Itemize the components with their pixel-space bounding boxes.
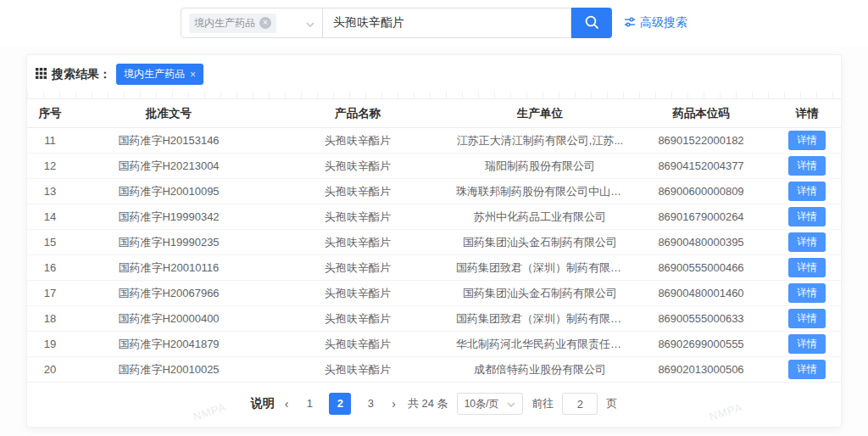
cell-product-name: 头孢呋辛酯片: [264, 204, 451, 230]
table-row: 16 国药准字H20010116 头孢呋辛酯片 国药集团致君（深圳）制药有限公.…: [27, 255, 841, 281]
table-row: 17 国药准字H20067966 头孢呋辛酯片 国药集团汕头金石制药有限公司 8…: [27, 281, 841, 306]
cell-product-name: 头孢呋辛酯片: [264, 128, 451, 154]
table-row: 11 国药准字H20153146 头孢呋辛酯片 江苏正大清江制药有限公司,江苏.…: [27, 128, 841, 154]
chevron-down-icon: [507, 398, 515, 410]
goto-page-input[interactable]: [562, 393, 598, 415]
watermark-tick-band: [27, 92, 841, 98]
cell-manufacturer: 瑞阳制药股份有限公司: [451, 154, 629, 179]
header-no: 序号: [27, 99, 73, 128]
detail-button[interactable]: 详情: [788, 131, 826, 150]
search-input[interactable]: [322, 8, 571, 38]
result-filter-tag-label: 境内生产药品: [124, 67, 185, 81]
cell-drug-code: 86900555000633: [629, 306, 773, 332]
cell-approval-number: 国药准字H19990342: [73, 204, 264, 230]
cell-manufacturer: 苏州中化药品工业有限公司: [451, 204, 629, 230]
goto-suffix: 页: [606, 396, 617, 411]
cell-no: 16: [27, 255, 73, 281]
header-drug-code: 药品本位码: [629, 99, 773, 128]
cell-approval-number: 国药准字H20041879: [73, 332, 264, 357]
cell-manufacturer: 国药集团致君（深圳）制药有限公...: [451, 306, 629, 332]
cell-approval-number: 国药准字H19990235: [73, 230, 264, 255]
page-size-select[interactable]: 10条/页: [457, 393, 524, 415]
filter-tag-label: 境内生产药品: [194, 16, 255, 31]
header-detail: 详情: [773, 99, 841, 128]
cell-approval-number: 国药准字H20067966: [73, 281, 264, 306]
next-page-button[interactable]: ›: [390, 397, 398, 411]
cell-product-name: 头孢呋辛酯片: [264, 281, 451, 306]
filter-select[interactable]: 境内生产药品 ×: [181, 8, 323, 38]
cell-no: 15: [27, 230, 73, 255]
cell-no: 14: [27, 204, 73, 230]
detail-button[interactable]: 详情: [788, 182, 826, 201]
cell-manufacturer: 国药集团汕头金石制药有限公司: [451, 281, 629, 306]
tag-close-icon[interactable]: ×: [190, 69, 196, 81]
cell-approval-number: 国药准字H20010116: [73, 255, 264, 281]
table-row: 15 国药准字H19990235 头孢呋辛酯片 国药集团汕头金石制药有限公司 8…: [27, 230, 841, 255]
goto-label: 前往: [531, 396, 554, 411]
cell-detail: 详情: [773, 255, 841, 281]
detail-button[interactable]: 详情: [788, 258, 826, 277]
cell-detail: 详情: [773, 154, 841, 179]
advanced-search-link[interactable]: 高级搜索: [624, 15, 687, 31]
page-button-3[interactable]: 3: [359, 393, 381, 415]
cell-no: 17: [27, 281, 73, 306]
cell-approval-number: 国药准字H20010025: [73, 357, 264, 383]
cell-product-name: 头孢呋辛酯片: [264, 255, 451, 281]
detail-button[interactable]: 详情: [788, 309, 826, 328]
table-body: 11 国药准字H20153146 头孢呋辛酯片 江苏正大清江制药有限公司,江苏.…: [27, 128, 841, 383]
cell-no: 18: [27, 306, 73, 332]
search-button[interactable]: [571, 8, 612, 38]
cell-manufacturer: 华北制药河北华民药业有限责任公...: [451, 332, 629, 357]
cell-drug-code: 86901522000182: [629, 128, 773, 154]
detail-button[interactable]: 详情: [788, 232, 826, 252]
detail-button[interactable]: 详情: [788, 334, 826, 354]
page-button-1[interactable]: 1: [298, 393, 320, 415]
table-row: 14 国药准字H19990342 头孢呋辛酯片 苏州中化药品工业有限公司 869…: [27, 204, 841, 230]
cell-no: 12: [27, 154, 73, 179]
table-row: 19 国药准字H20041879 头孢呋辛酯片 华北制药河北华民药业有限责任公.…: [27, 332, 841, 357]
cell-product-name: 头孢呋辛酯片: [264, 357, 451, 383]
search-bar: 境内生产药品 × 高级搜索: [0, 0, 868, 46]
table-row: 13 国药准字H20010095 头孢呋辛酯片 珠海联邦制药股份有限公司中山分.…: [27, 179, 841, 204]
detail-button[interactable]: 详情: [788, 156, 826, 176]
cell-no: 13: [27, 179, 73, 204]
cell-approval-number: 国药准字H20213004: [73, 154, 264, 179]
table-row: 20 国药准字H20010025 头孢呋辛酯片 成都倍特药业股份有限公司 869…: [27, 357, 841, 383]
cell-manufacturer: 国药集团汕头金石制药有限公司: [451, 230, 629, 255]
cell-detail: 详情: [773, 230, 841, 255]
cell-drug-code: 86901679000264: [629, 204, 773, 230]
cell-manufacturer: 国药集团致君（深圳）制药有限公...: [451, 255, 629, 281]
detail-button[interactable]: 详情: [788, 207, 826, 226]
cell-drug-code: 86900480000395: [629, 230, 773, 255]
cell-detail: 详情: [773, 128, 841, 154]
detail-button[interactable]: 详情: [788, 283, 826, 303]
note-link[interactable]: 说明: [251, 396, 275, 411]
cell-detail: 详情: [773, 306, 841, 332]
header-manufacturer: 生产单位: [451, 99, 629, 128]
cell-product-name: 头孢呋辛酯片: [264, 154, 451, 179]
advanced-search-label: 高级搜索: [640, 15, 687, 31]
cell-product-name: 头孢呋辛酯片: [264, 332, 451, 357]
prev-page-button[interactable]: ‹: [283, 397, 291, 411]
cell-no: 11: [27, 128, 73, 154]
cell-product-name: 头孢呋辛酯片: [264, 179, 451, 204]
detail-button[interactable]: 详情: [788, 360, 826, 379]
cell-approval-number: 国药准字H20153146: [73, 128, 264, 154]
cell-detail: 详情: [773, 357, 841, 383]
cell-drug-code: 86902013000506: [629, 357, 773, 383]
result-filter-tag[interactable]: 境内生产药品 ×: [116, 64, 203, 85]
page-button-2[interactable]: 2: [329, 393, 351, 415]
cell-manufacturer: 珠海联邦制药股份有限公司中山分...: [451, 179, 629, 204]
cell-no: 19: [27, 332, 73, 357]
header-product-name: 产品名称: [264, 99, 451, 128]
cell-drug-code: 86900555000466: [629, 255, 773, 281]
chevron-down-icon: [306, 15, 314, 31]
grid-icon: [36, 67, 47, 82]
cell-product-name: 头孢呋辛酯片: [264, 230, 451, 255]
results-bar: 搜索结果： 境内生产药品 ×: [27, 55, 841, 92]
search-icon: [584, 14, 599, 32]
filter-tag-close-icon[interactable]: ×: [259, 17, 271, 29]
cell-approval-number: 国药准字H20010095: [73, 179, 264, 204]
cell-product-name: 头孢呋辛酯片: [264, 306, 451, 332]
filter-tag: 境内生产药品 ×: [189, 14, 276, 33]
